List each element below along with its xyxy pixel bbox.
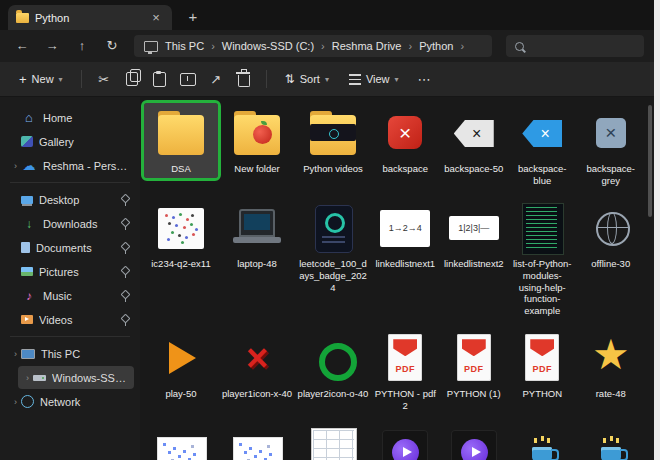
breadcrumb-separator-icon: › <box>460 40 464 52</box>
file-tea-64[interactable]: tea-64 <box>509 423 576 460</box>
view-icon <box>349 74 361 85</box>
breadcrumb-item-windows-ssd-c[interactable]: Windows-SSD (C:) <box>222 40 314 52</box>
breadcrumb-separator-icon: › <box>211 40 215 52</box>
delete-button[interactable] <box>231 66 257 92</box>
breadcrumb-item-reshma-drive[interactable]: Reshma Drive <box>332 40 402 52</box>
file-python-1[interactable]: PYTHON (1) <box>441 328 508 403</box>
file-backspace-grey[interactable]: backspace-grey <box>578 103 645 190</box>
sidebar-item-windows-ssd-c[interactable]: ›Windows-SSD (C:) <box>18 366 134 389</box>
refresh-button[interactable]: ↻ <box>100 34 124 58</box>
downloads-icon <box>21 217 37 231</box>
address-bar[interactable]: This PC›Windows-SSD (C:)›Reshma Drive›Py… <box>134 35 492 57</box>
file-play-50[interactable]: play-50 <box>144 328 218 403</box>
file-player2icon-o-40[interactable]: player2icon-o-40 <box>296 328 370 403</box>
file-name: linkedlistnext2 <box>442 258 507 270</box>
file-backspace-blue[interactable]: backspace-blue <box>509 103 576 190</box>
sort-button[interactable]: ⇅ Sort ▾ <box>276 66 338 92</box>
sidebar-item-home[interactable]: Home <box>6 106 134 129</box>
file-sample-11-1957[interactable]: sample_11_1957 <box>144 423 218 460</box>
file-backspace[interactable]: backspace <box>372 103 439 178</box>
pin-icon <box>122 219 130 229</box>
copy-icon <box>126 72 138 86</box>
pc-icon <box>21 349 35 359</box>
file-sample-22-1957[interactable]: sample_22_1957 <box>220 423 294 460</box>
tab-close-icon[interactable]: × <box>148 10 164 26</box>
diagram2-thumbnail <box>442 201 506 255</box>
file-name: player1icon-x-40 <box>221 388 293 400</box>
pin-icon <box>122 243 130 253</box>
file-success-fanfare-trumpets-6185[interactable]: success-fanfare-trumpets-6185 <box>441 423 508 460</box>
new-button[interactable]: + New ▾ <box>10 66 72 92</box>
file-ic234-q2-ex11[interactable]: ic234-q2-ex11 <box>144 198 218 273</box>
file-backspace-50[interactable]: backspace-50 <box>441 103 508 178</box>
sidebar-item-label: This PC <box>41 348 130 360</box>
sidebar-item-label: Gallery <box>39 136 130 148</box>
sidebar-item-label: Home <box>43 112 130 124</box>
up-button[interactable]: ↑ <box>70 34 94 58</box>
file-new-folder[interactable]: New folder <box>220 103 294 178</box>
file-set-operations[interactable]: set operations <box>296 423 370 460</box>
sidebar-item-desktop[interactable]: Desktop <box>6 188 134 211</box>
desktop-icon <box>21 196 33 204</box>
file-leetcode-100-days-badge-2024[interactable]: leetcode_100_days_badge_2024 <box>296 198 370 297</box>
chevron-down-icon: ▾ <box>59 75 63 84</box>
sidebar-item-label: Documents <box>36 242 118 254</box>
file-name: list-of-Python-modules-using-help-functi… <box>510 258 575 317</box>
forward-button[interactable]: → <box>40 34 64 58</box>
sidebar-item-pictures[interactable]: Pictures <box>6 260 134 283</box>
file-python-videos[interactable]: Python videos <box>296 103 370 178</box>
chevron-down-icon: ▾ <box>395 75 399 84</box>
diagram1-thumbnail <box>373 201 437 255</box>
file-dsa[interactable]: DSA <box>144 103 218 178</box>
file-list-area: DSANew folderPython videosbackspacebacks… <box>140 97 654 460</box>
file-offline-30[interactable]: offline-30 <box>578 198 645 273</box>
sidebar-item-gallery[interactable]: Gallery <box>6 130 134 153</box>
search-input[interactable] <box>506 35 644 57</box>
file-tea-64[interactable]: tea-64 <box>578 423 645 460</box>
file-rate-48[interactable]: rate-48 <box>578 328 645 403</box>
file-list-of-python-modules-using-help-function-example[interactable]: list-of-Python-modules-using-help-functi… <box>509 198 576 320</box>
rename-button[interactable] <box>175 66 201 92</box>
toolbar-divider <box>266 70 267 88</box>
scatter-thumbnail <box>149 201 213 255</box>
sidebar-item-documents[interactable]: Documents <box>6 236 134 259</box>
chevron-icon: › <box>10 161 21 171</box>
file-success-fanfare-trumpets-6185[interactable]: success-fanfare-trumpets-6185 <box>372 423 439 460</box>
explorer-tab[interactable]: Python × <box>8 5 172 30</box>
file-name: play-50 <box>145 388 217 400</box>
file-laptop-48[interactable]: laptop-48 <box>220 198 294 273</box>
cut-button[interactable]: ✂ <box>91 66 117 92</box>
breadcrumb-item-python[interactable]: Python <box>419 40 453 52</box>
copy-button[interactable] <box>119 66 145 92</box>
file-player1icon-x-40[interactable]: player1icon-x-40 <box>220 328 294 403</box>
view-button[interactable]: View ▾ <box>340 66 408 92</box>
breadcrumb-item-this-pc[interactable]: This PC <box>165 40 204 52</box>
play-thumbnail <box>149 331 213 385</box>
sidebar-item-downloads[interactable]: Downloads <box>6 212 134 235</box>
file-name: leetcode_100_days_badge_2024 <box>297 258 369 294</box>
file-name: backspace-grey <box>579 163 644 187</box>
back-button[interactable]: ← <box>10 34 34 58</box>
sidebar-item-reshma-personal[interactable]: ›Reshma - Personal <box>6 154 134 177</box>
file-linkedlistnext1[interactable]: linkedlistnext1 <box>372 198 439 273</box>
titlebar: Python × + <box>0 0 654 30</box>
paste-button[interactable] <box>147 66 173 92</box>
file-python[interactable]: PYTHON <box>509 328 576 403</box>
sidebar-item-label: Downloads <box>43 218 118 230</box>
file-linkedlistnext2[interactable]: linkedlistnext2 <box>441 198 508 273</box>
more-options-button[interactable]: ⋯ <box>410 72 439 87</box>
new-tab-button[interactable]: + <box>184 8 202 25</box>
sidebar-item-label: Music <box>43 290 118 302</box>
sidebar-list: HomeGallery›Reshma - PersonalDesktopDown… <box>0 106 140 413</box>
sidebar-item-videos[interactable]: Videos <box>6 308 134 331</box>
file-python-pdf-2[interactable]: PYTHON - pdf 2 <box>372 328 439 415</box>
pdf-thumbnail <box>373 331 437 385</box>
sidebar-item-network[interactable]: ›Network <box>6 390 134 413</box>
file-name: PYTHON (1) <box>442 388 507 400</box>
share-button[interactable]: ↗ <box>203 66 229 92</box>
sidebar-item-music[interactable]: Music <box>6 284 134 307</box>
sidebar-item-this-pc[interactable]: ›This PC <box>6 342 134 365</box>
laptop-thumbnail <box>225 201 289 255</box>
file-name: linkedlistnext1 <box>373 258 438 270</box>
vertical-scrollbar[interactable] <box>648 105 652 217</box>
